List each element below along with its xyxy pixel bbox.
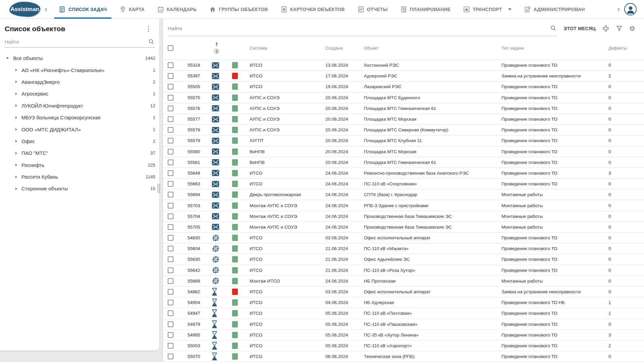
row-checkbox[interactable] xyxy=(168,354,173,359)
row-checkbox[interactable] xyxy=(168,203,173,208)
row-checkbox[interactable] xyxy=(168,106,173,111)
row-checkbox[interactable] xyxy=(168,73,173,79)
table-row[interactable]: 55694 Дверь противопожарная 24.06.2024 С… xyxy=(163,189,644,200)
table-row[interactable]: 55663 ИТСО 24.06.2024 ПС-110 кВ «Спортив… xyxy=(163,179,644,189)
row-checkbox[interactable] xyxy=(168,214,173,219)
column-header-defects[interactable]: Дефекты xyxy=(606,46,644,51)
table-row[interactable]: 54947 ИТСО 05.06.2024 ПС-110 кВ «Почтова… xyxy=(163,308,644,319)
table-row[interactable]: 54904 ИТСО 04.06.2024 НБ Адлерская Прове… xyxy=(163,297,644,308)
table-row[interactable]: 55579 АУГПТ 20.06.2024 Площадка МТС Клуб… xyxy=(163,135,644,146)
tab-object-groups[interactable]: ГРУППЫ ОБЪЕКТОВ xyxy=(203,0,274,18)
row-checkbox[interactable] xyxy=(168,116,173,122)
tree-caret-icon[interactable] xyxy=(15,69,17,71)
column-header-created[interactable]: Создана xyxy=(324,46,363,51)
table-row[interactable]: 55630 ИТСО 21.06.2024 Офис Адыгейские ЭС… xyxy=(163,254,644,265)
column-header-object[interactable]: Объект xyxy=(363,46,500,51)
tree-caret-icon[interactable] xyxy=(15,116,17,119)
table-row[interactable]: 55580 ВиНПВ 20.06.2024 Площадка МТС Морс… xyxy=(163,146,644,157)
filter-icon[interactable] xyxy=(616,25,623,32)
nav-scroll-right-icon[interactable]: › xyxy=(613,6,624,13)
table-row[interactable]: 55604 ИТСО 21.06.2024 ПС-110 кВ «Мзымта»… xyxy=(163,243,644,254)
tree-caret-icon[interactable] xyxy=(15,140,17,142)
table-row[interactable]: 55070 ИТСО 06.06.2024 Техническая зона (… xyxy=(163,351,644,362)
row-checkbox[interactable] xyxy=(168,246,173,251)
kebab-menu-icon[interactable]: ⋮ xyxy=(143,25,154,33)
row-checkbox[interactable] xyxy=(168,181,173,187)
row-checkbox[interactable] xyxy=(168,310,173,316)
row-checkbox[interactable] xyxy=(168,62,173,68)
table-row[interactable]: 55704 Монтаж АУПС и СОУЭ 24.06.2024 Прои… xyxy=(163,211,644,222)
tree-item[interactable]: АвангардЭнерго 2 xyxy=(0,76,159,88)
search-icon[interactable] xyxy=(550,25,557,32)
row-checkbox[interactable] xyxy=(168,138,173,143)
row-checkbox[interactable] xyxy=(168,267,173,273)
row-checkbox[interactable] xyxy=(168,321,173,327)
table-row[interactable]: 54862 ИТСО 03.06.2024 Офис исполнительны… xyxy=(163,287,644,297)
table-row[interactable]: 55505 ИТСО 19.06.2024 Лазаревский РЭС Пр… xyxy=(163,81,644,92)
search-icon[interactable] xyxy=(148,39,155,45)
row-checkbox[interactable] xyxy=(168,160,173,165)
table-row[interactable]: 54830 ИТСО 03.06.2024 Офис исполнительны… xyxy=(163,233,644,243)
table-row[interactable]: 55703 Монтаж АУПС и СОУЭ 24.06.2024 РПБ-… xyxy=(163,200,644,211)
tree-item[interactable]: Роснефть 225 xyxy=(0,159,159,171)
row-checkbox[interactable] xyxy=(168,300,173,305)
row-checkbox[interactable] xyxy=(168,289,173,295)
row-checkbox[interactable] xyxy=(168,224,173,230)
column-header-system[interactable]: Система xyxy=(247,46,324,51)
object-search-input[interactable] xyxy=(5,39,148,45)
row-checkbox[interactable] xyxy=(168,170,173,176)
tab-task-list[interactable]: СПИСОК ЗАДАЧ xyxy=(53,0,113,18)
table-row[interactable]: 55578 АУПС и СОУЭ 20.06.2024 Площадка МТ… xyxy=(163,125,644,135)
table-row[interactable]: 55581 ВиНПВ 20.06.2024 Площадка МТС Гимн… xyxy=(163,157,644,168)
tree-caret-icon[interactable] xyxy=(15,164,17,166)
tab-calendar[interactable]: 12 КАЛЕНДАРЬ xyxy=(151,0,203,18)
table-row[interactable]: 55397 ИТСО 17.06.2024 Адлерский РЭС Заяв… xyxy=(163,71,644,81)
row-checkbox[interactable] xyxy=(168,95,173,101)
tab-administration[interactable]: АДМИНИСТРИРОВАН xyxy=(518,0,591,18)
table-row[interactable]: 55649 ИТСО 24.06.2024 Ремонтно-производс… xyxy=(163,168,644,179)
tree-item[interactable]: Россети Кубань 1145 xyxy=(0,171,159,183)
column-header-task-type[interactable]: Тип задачи xyxy=(500,46,606,51)
tree-caret-icon[interactable] xyxy=(15,93,17,95)
table-row[interactable]: 55705 Монтаж АУПС и СОУЭ 24.06.2024 Прои… xyxy=(163,222,644,233)
row-checkbox[interactable] xyxy=(168,332,173,338)
user-avatar[interactable] xyxy=(624,3,637,15)
tree-item[interactable]: ООО «МТС ДИДЖИТАЛ» 1 xyxy=(0,123,159,135)
table-row[interactable]: 54995 ИТСО 05.06.2024 ПС-35 кВ «Хутор Ле… xyxy=(163,330,644,341)
task-search-input[interactable] xyxy=(168,25,550,31)
table-row[interactable]: 55669 Монтаж ИТСО 24.06.2024 НБ Протокск… xyxy=(163,276,644,287)
table-row[interactable]: 55577 АУПС и СОУЭ 20.06.2024 Площадка МТ… xyxy=(163,114,644,125)
table-row[interactable]: 55576 АУПС и СОУЭ 20.06.2024 Площадка МТ… xyxy=(163,103,644,114)
tab-transport[interactable]: ТРАНСПОРТ xyxy=(457,0,518,18)
sort-indicator[interactable]: ↑ 1 xyxy=(214,42,220,54)
table-row[interactable]: 55003 ИТСО 05.06.2024 ПС-110 кВ «Аэропор… xyxy=(163,341,644,351)
tree-caret-icon[interactable] xyxy=(15,128,17,131)
tree-item[interactable]: МБУЗ больница Старокорсунская 1 xyxy=(0,112,159,123)
period-filter-button[interactable]: ЭТОТ МЕСЯЦ xyxy=(564,26,596,31)
table-row[interactable]: 55324 ИТСО 13.06.2024 Хостинский РЭС Про… xyxy=(163,60,644,71)
tree-caret-icon[interactable] xyxy=(15,104,17,107)
nav-scroll-left-icon[interactable]: ‹ xyxy=(40,6,51,13)
tab-reports[interactable]: ОТЧЕТЫ xyxy=(351,0,394,18)
row-checkbox[interactable] xyxy=(168,84,173,89)
row-checkbox[interactable] xyxy=(168,149,173,155)
tree-item[interactable]: Офис 2 xyxy=(0,135,159,147)
chevron-down-icon[interactable] xyxy=(508,8,512,10)
tree-caret-icon[interactable] xyxy=(15,176,17,178)
tree-item[interactable]: Все объекты 1442 xyxy=(0,52,159,64)
row-checkbox[interactable] xyxy=(168,127,173,133)
table-row[interactable]: 54979 ИТСО 05.06.2024 ПС-110 кВ «Пашковс… xyxy=(163,319,644,330)
row-checkbox[interactable] xyxy=(168,343,173,349)
table-row[interactable]: 55575 АУПС и СОУЭ 20.06.2024 Площадка МТ… xyxy=(163,93,644,103)
app-logo[interactable]: Assistman xyxy=(9,2,40,17)
tree-caret-icon[interactable] xyxy=(6,57,9,59)
tab-planning[interactable]: ПЛАНИРОВАНИЕ xyxy=(394,0,457,18)
row-checkbox[interactable] xyxy=(168,235,173,241)
table-row[interactable]: 55642 ИТСО 21.06.2024 ПС-110 кВ «Роза Ху… xyxy=(163,265,644,276)
tree-item[interactable]: АО «НК «Роснефть»-Ставрополье» 1 xyxy=(0,64,159,76)
row-checkbox[interactable] xyxy=(168,192,173,197)
tree-caret-icon[interactable] xyxy=(15,187,17,190)
tab-object-cards[interactable]: КАРТОЧКИ ОБЪЕКТОВ xyxy=(274,0,351,18)
tree-item[interactable]: Сторонние объекты 15 xyxy=(0,183,159,194)
select-all-checkbox[interactable] xyxy=(168,45,173,51)
